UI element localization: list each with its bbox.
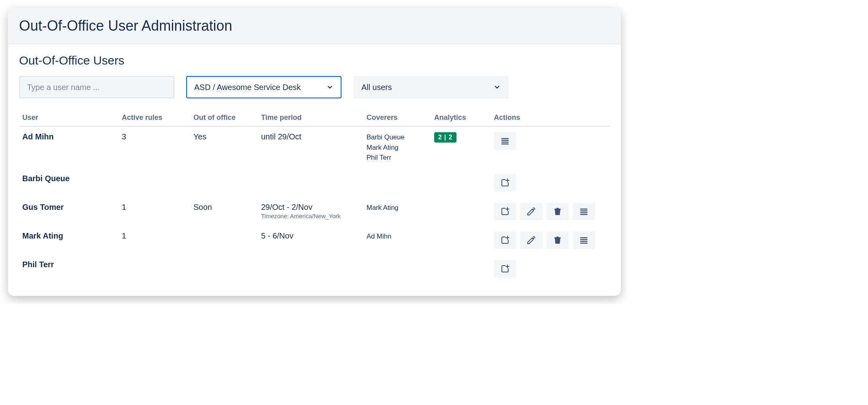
trash-icon [553,235,562,245]
pencil-icon [527,207,536,216]
list-button[interactable] [573,203,595,220]
actions-cell [491,197,610,226]
time-period-value: 5 - 6/Nov [261,231,360,241]
delete-button[interactable] [546,231,569,249]
coverers-list: Barbi QueueMark AtingPhil Terr [367,132,428,163]
time-period-value: until 29/Oct [261,132,360,141]
col-header-time-period[interactable]: Time period [258,110,363,126]
project-dropdown-label: ASD / Awesome Service Desk [194,83,301,92]
time-period-cell: until 29/Oct [258,126,363,168]
section-title: Out-Of-Office Users [19,54,610,67]
coverers-cell [363,254,431,283]
scope-dropdown-label: All users [361,83,392,92]
table-row: Barbi Queue [19,168,610,197]
scope-dropdown[interactable]: All users [353,76,509,98]
panel-content: Out-Of-Office Users ASD / Awesome Servic… [8,44,621,296]
chevron-down-icon [326,84,334,91]
panel-header: Out-Of-Office User Administration [8,8,621,44]
actions-cell [491,168,610,197]
delete-button[interactable] [546,203,569,220]
time-period-cell: 29/Oct - 2/NovTimezone: America/New_York [258,197,363,226]
add-rule-button[interactable] [494,231,516,249]
actions-wrap [494,174,607,192]
edit-button[interactable] [520,231,542,249]
add-icon [500,178,510,188]
col-header-coverers[interactable]: Coverers [363,110,431,126]
users-table: User Active rules Out of office Time per… [19,110,610,283]
active-rules-value: 1 [119,197,190,226]
col-header-active-rules[interactable]: Active rules [119,110,190,126]
col-header-user[interactable]: User [19,110,119,126]
actions-cell [491,226,610,254]
edit-button[interactable] [520,203,542,220]
search-input[interactable] [19,76,174,98]
list-icon [500,136,510,146]
project-dropdown[interactable]: ASD / Awesome Service Desk [186,76,341,98]
active-rules-value: 3 [119,126,190,168]
actions-wrap [494,203,607,220]
user-name: Mark Ating [22,231,63,240]
analytics-cell [431,168,491,197]
table-row: Mark Ating15 - 6/NovAd Mihn [19,226,610,254]
pencil-icon [527,235,536,245]
active-rules-value [119,168,190,197]
list-icon [579,235,589,245]
coverers-cell: Ad Mihn [363,226,431,254]
time-period-cell: 5 - 6/Nov [258,226,363,254]
user-name: Phil Terr [22,260,54,269]
coverers-list: Mark Ating [367,203,428,213]
chevron-down-icon [493,84,501,91]
analytics-cell [431,226,491,254]
trash-icon [553,207,562,216]
col-header-out-of-office[interactable]: Out of office [190,110,258,126]
analytics-cell: 2 | 2 [431,126,491,168]
actions-cell [491,254,610,283]
coverers-cell: Mark Ating [363,197,431,226]
time-period-cell [258,168,363,197]
table-row: Phil Terr [19,254,610,283]
coverers-list: Ad Mihn [367,231,428,242]
out-of-office-value [190,168,258,197]
filter-bar: ASD / Awesome Service Desk All users [19,76,610,98]
table-row: Gus Tomer1Soon29/Oct - 2/NovTimezone: Am… [19,197,610,226]
user-name: Gus Tomer [22,203,64,211]
active-rules-value [119,254,190,283]
time-period-value: 29/Oct - 2/Nov [261,203,360,212]
add-icon [500,264,510,274]
out-of-office-value [190,254,258,283]
add-rule-button[interactable] [494,174,516,192]
actions-wrap [494,132,607,150]
analytics-cell [431,254,491,283]
list-button[interactable] [573,231,595,249]
add-icon [500,235,510,245]
coverers-cell: Barbi QueueMark AtingPhil Terr [363,126,431,168]
actions-wrap [494,231,607,249]
user-name: Ad Mihn [22,132,54,141]
out-of-office-value [190,226,258,254]
actions-cell [491,126,610,168]
out-of-office-value: Soon [190,197,258,226]
col-header-actions[interactable]: Actions [491,110,610,126]
timezone-value: Timezone: America/New_York [261,213,360,219]
add-rule-button[interactable] [494,203,516,220]
user-name: Barbi Queue [22,174,70,183]
actions-wrap [494,260,607,278]
col-header-analytics[interactable]: Analytics [431,110,491,126]
add-icon [500,207,510,216]
out-of-office-value: Yes [190,126,258,168]
admin-panel: Out-Of-Office User Administration Out-Of… [8,8,621,296]
list-button[interactable] [494,132,516,150]
table-row: Ad Mihn3Yesuntil 29/OctBarbi QueueMark A… [19,126,610,168]
page-title: Out-Of-Office User Administration [19,18,610,34]
analytics-cell [431,197,491,226]
coverers-cell [363,168,431,197]
time-period-cell [258,254,363,283]
active-rules-value: 1 [119,226,190,254]
add-rule-button[interactable] [494,260,516,278]
list-icon [579,207,589,216]
analytics-badge[interactable]: 2 | 2 [434,132,456,143]
